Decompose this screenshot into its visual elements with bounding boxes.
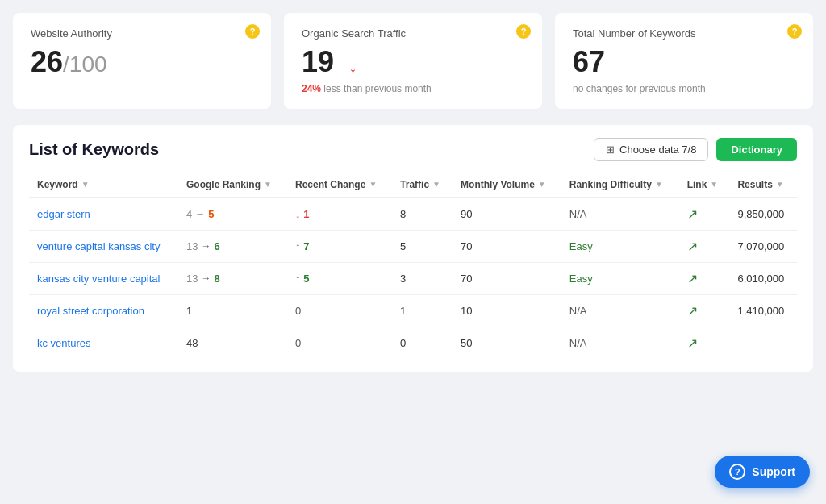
table-header: Keyword ▼ Google Ranking ▼ Recent Change… [29, 173, 797, 198]
table-row: edgar stern4 → 5↓ 1890N/A↗9,850,000 [29, 198, 797, 231]
keyword-link[interactable]: royal street corporation [37, 305, 144, 317]
link-cell: ↗ [679, 327, 730, 359]
keywords-section: List of Keywords ⊞ Choose data 7/8 Dicti… [13, 125, 813, 372]
keywords-title: List of Keywords [29, 140, 159, 159]
traffic-number: 19 [302, 45, 334, 78]
keywords-header: List of Keywords ⊞ Choose data 7/8 Dicti… [29, 138, 797, 161]
col-results[interactable]: Results ▼ [729, 173, 797, 198]
traffic-subtitle: 24% less than previous month [302, 83, 524, 94]
results-cell: 9,850,000 [729, 198, 797, 231]
keywords-question-icon[interactable]: ? [787, 24, 802, 39]
ranking-difficulty-cell: N/A [561, 198, 679, 231]
results-cell: 6,010,000 [729, 262, 797, 294]
authority-title: Website Authority [31, 27, 253, 40]
col-traffic[interactable]: Traffic ▼ [392, 173, 453, 198]
monthly-volume-cell: 10 [453, 294, 561, 327]
keywords-count-title: Total Number of Keywords [573, 27, 795, 40]
keyword-link[interactable]: edgar stern [37, 208, 90, 220]
col-keyword[interactable]: Keyword ▼ [29, 173, 178, 198]
support-label: Support [752, 465, 795, 478]
change-down-indicator: ↓ 1 [295, 208, 309, 220]
col-google-ranking[interactable]: Google Ranking ▼ [178, 173, 287, 198]
link-sort-icon: ▼ [710, 180, 718, 189]
choose-data-button[interactable]: ⊞ Choose data 7/8 [594, 138, 708, 161]
google-ranking-cell: 13 → 8 [178, 262, 287, 294]
traffic-question-icon[interactable]: ? [516, 24, 531, 39]
keyword-link[interactable]: kc ventures [37, 337, 90, 349]
google-ranking-cell: 4 → 5 [178, 198, 287, 231]
google-ranking-cell: 1 [178, 294, 287, 327]
external-link-icon[interactable]: ↗ [687, 336, 698, 350]
rank-to: 5 [208, 208, 214, 220]
support-button[interactable]: ? Support [715, 456, 810, 488]
external-link-icon[interactable]: ↗ [687, 207, 698, 221]
traffic-cell: 3 [392, 262, 453, 294]
change-neutral-indicator: 0 [295, 305, 301, 317]
traffic-value: 19 ↓ [302, 46, 357, 78]
recent-change-cell: ↑ 5 [287, 262, 392, 294]
traffic-cell: 1 [392, 294, 453, 327]
ranking-difficulty-cell: Easy [561, 262, 679, 294]
difficulty-na-label: N/A [569, 305, 587, 317]
header-actions: ⊞ Choose data 7/8 Dictionary [594, 138, 797, 161]
rank-from: 13 [186, 240, 198, 252]
traffic-sort-icon: ▼ [432, 180, 440, 189]
results-cell [729, 327, 797, 359]
ranking-difficulty-cell: N/A [561, 294, 679, 327]
traffic-title: Organic Search Traffic [302, 27, 524, 40]
ranking-difficulty-cell: Easy [561, 230, 679, 262]
traffic-card: Organic Search Traffic 19 ↓ 24% less tha… [284, 13, 542, 109]
link-cell: ↗ [679, 198, 730, 231]
col-monthly-volume[interactable]: Monthly Volume ▼ [453, 173, 561, 198]
difficulty-na-label: N/A [569, 337, 587, 349]
external-link-icon[interactable]: ↗ [687, 240, 698, 253]
col-ranking-difficulty[interactable]: Ranking Difficulty ▼ [561, 173, 679, 198]
rank-from: 13 [186, 273, 198, 285]
difficulty-na-label: N/A [569, 208, 587, 220]
keyword-link[interactable]: venture capital kansas city [37, 240, 160, 252]
traffic-cell: 8 [392, 198, 453, 231]
keywords-table: Keyword ▼ Google Ranking ▼ Recent Change… [29, 173, 797, 359]
monthly-volume-cell: 70 [453, 262, 561, 294]
monthly-volume-cell: 50 [453, 327, 561, 359]
metrics-row: Website Authority 26/100 ? Organic Searc… [13, 13, 813, 109]
traffic-down-arrow: ↓ [348, 56, 357, 76]
col-link[interactable]: Link ▼ [679, 173, 730, 198]
external-link-icon[interactable]: ↗ [687, 272, 698, 285]
dictionary-button[interactable]: Dictionary [716, 138, 797, 161]
difficulty-easy-label: Easy [569, 273, 593, 285]
authority-question-icon[interactable]: ? [245, 24, 260, 39]
traffic-cell: 5 [392, 230, 453, 262]
rank-to: 6 [214, 240, 219, 252]
col-recent-change[interactable]: Recent Change ▼ [287, 173, 392, 198]
keyword-sort-icon: ▼ [81, 180, 90, 189]
monthly-volume-sort-icon: ▼ [538, 180, 546, 189]
google-ranking-cell: 13 → 6 [178, 230, 287, 262]
keywords-count-value: 67 [573, 46, 605, 78]
keywords-count-card: Total Number of Keywords 67 no changes f… [555, 13, 813, 109]
monthly-volume-cell: 70 [453, 230, 561, 262]
results-sort-icon: ▼ [776, 180, 784, 189]
authority-number: 26 [31, 45, 63, 78]
google-ranking-cell: 48 [178, 327, 287, 359]
table-row: kansas city venture capital13 → 8↑ 5370E… [29, 262, 797, 294]
rank-arrow-icon: → [201, 240, 211, 252]
external-link-icon[interactable]: ↗ [687, 304, 698, 318]
traffic-subtitle-text: less than previous month [321, 83, 432, 94]
monthly-volume-cell: 90 [453, 198, 561, 231]
traffic-cell: 0 [392, 327, 453, 359]
rank-arrow-icon: → [201, 273, 211, 284]
results-cell: 7,070,000 [729, 230, 797, 262]
change-up-indicator: ↑ 7 [295, 240, 309, 252]
traffic-pct: 24% [302, 83, 321, 94]
rank-from: 4 [186, 208, 192, 220]
recent-change-sort-icon: ▼ [369, 180, 377, 189]
table-row: kc ventures480050N/A↗ [29, 327, 797, 359]
link-cell: ↗ [679, 294, 730, 327]
recent-change-cell: ↓ 1 [287, 198, 392, 231]
keyword-link[interactable]: kansas city venture capital [37, 273, 160, 285]
change-neutral-indicator: 0 [295, 337, 301, 349]
rank-arrow-icon: → [195, 208, 205, 219]
table-row: venture capital kansas city13 → 6↑ 7570E… [29, 230, 797, 262]
authority-out-of: /100 [63, 52, 107, 77]
